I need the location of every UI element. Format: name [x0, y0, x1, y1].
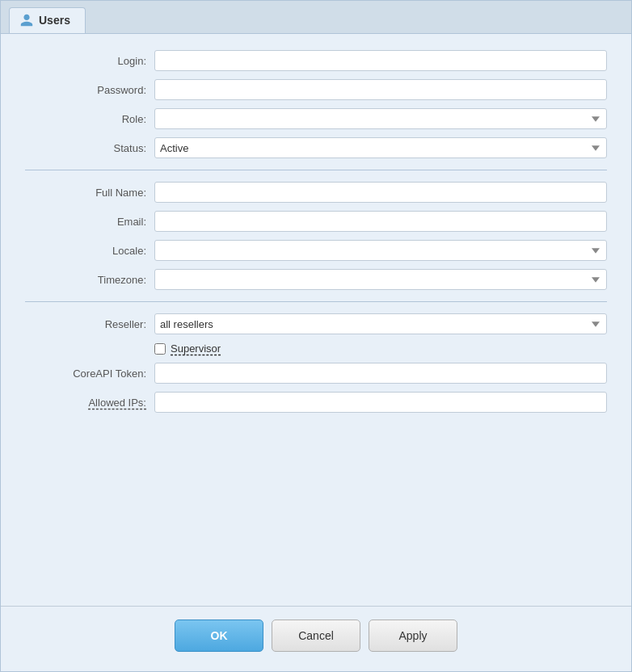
dialog: Users Login: Password: Role: Status:	[0, 0, 632, 672]
cancel-button[interactable]: Cancel	[272, 620, 360, 652]
label-role: Role:	[25, 113, 154, 125]
label-password: Password:	[25, 84, 154, 96]
label-login: Login:	[25, 55, 154, 67]
row-fullname: Full Name:	[25, 182, 607, 203]
row-timezone: Timezone:	[25, 269, 607, 290]
input-allowed-ips[interactable]	[154, 392, 607, 413]
row-coreapi-token: CoreAPI Token:	[25, 363, 607, 384]
tab-users-label: Users	[39, 14, 70, 27]
input-password[interactable]	[154, 79, 607, 100]
label-status: Status:	[25, 142, 154, 154]
apply-button[interactable]: Apply	[369, 620, 457, 652]
input-coreapi-token[interactable]	[154, 363, 607, 384]
label-fullname: Full Name:	[25, 187, 154, 199]
users-icon	[19, 13, 34, 27]
select-locale[interactable]	[154, 240, 607, 261]
row-email: Email:	[25, 211, 607, 232]
select-timezone[interactable]	[154, 269, 607, 290]
section-personal: Full Name: Email: Locale: Timezone:	[25, 182, 607, 290]
label-reseller: Reseller:	[25, 318, 154, 330]
label-timezone: Timezone:	[25, 274, 154, 286]
tab-bar: Users	[1, 1, 631, 34]
input-email[interactable]	[154, 211, 607, 232]
row-locale: Locale:	[25, 240, 607, 261]
row-login: Login:	[25, 50, 607, 71]
label-supervisor: Supervisor	[171, 342, 221, 355]
input-login[interactable]	[154, 50, 607, 71]
ok-button[interactable]: OK	[175, 620, 263, 652]
tab-users[interactable]: Users	[9, 7, 86, 33]
row-reseller: Reseller: all resellers	[25, 313, 607, 334]
select-status[interactable]: Active Inactive	[154, 137, 607, 158]
input-fullname[interactable]	[154, 182, 607, 203]
label-email: Email:	[25, 216, 154, 228]
label-coreapi-token: CoreAPI Token:	[25, 368, 154, 380]
label-allowed-ips: Allowed IPs:	[25, 397, 154, 409]
label-locale: Locale:	[25, 245, 154, 257]
row-role: Role:	[25, 108, 607, 129]
form-area: Login: Password: Role: Status: Active In…	[1, 34, 631, 606]
select-role[interactable]	[154, 108, 607, 129]
row-allowed-ips: Allowed IPs:	[25, 392, 607, 413]
checkbox-supervisor[interactable]	[154, 343, 166, 355]
divider-2	[25, 301, 607, 302]
divider-1	[25, 170, 607, 170]
row-status: Status: Active Inactive	[25, 137, 607, 158]
section-reseller: Reseller: all resellers Supervisor CoreA…	[25, 313, 607, 413]
button-bar: OK Cancel Apply	[1, 606, 631, 671]
row-supervisor: Supervisor	[154, 342, 607, 355]
select-reseller[interactable]: all resellers	[154, 313, 607, 334]
row-password: Password:	[25, 79, 607, 100]
section-credentials: Login: Password: Role: Status: Active In…	[25, 50, 607, 158]
